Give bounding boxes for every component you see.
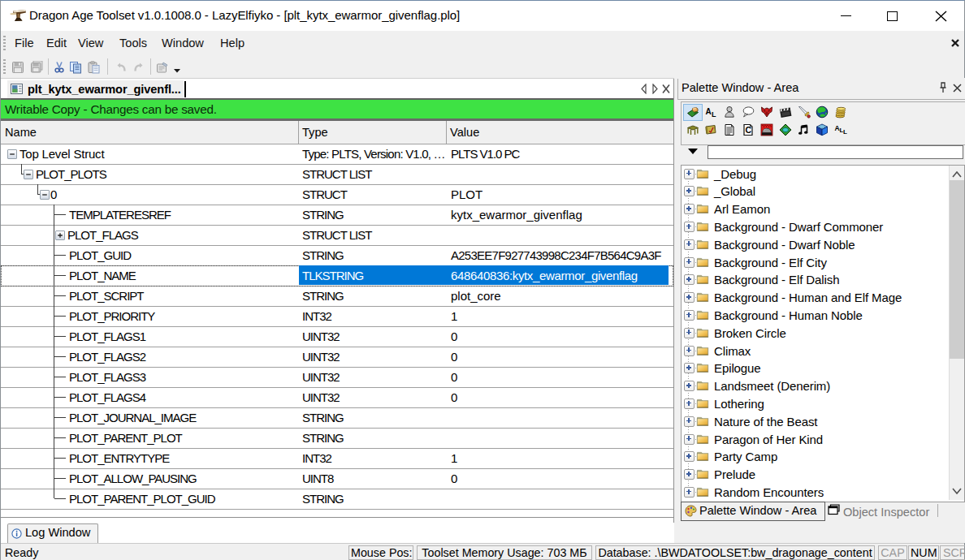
svg-text:A: A: [706, 107, 712, 116]
svg-text:L: L: [843, 128, 847, 136]
svg-text:L: L: [712, 110, 716, 118]
svg-text:C: C: [746, 125, 752, 135]
